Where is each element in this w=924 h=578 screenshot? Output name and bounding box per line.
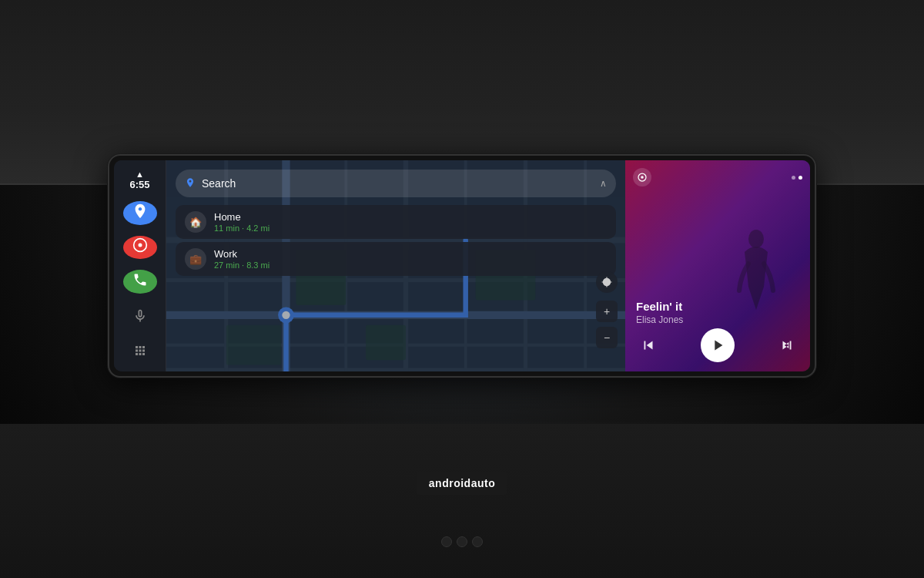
mic-button[interactable]	[123, 304, 157, 328]
dot-2	[798, 176, 802, 180]
work-nav-info: Work 27 min · 8.3 mi	[214, 248, 270, 270]
signal-icon: ▲	[136, 170, 144, 179]
maps-icon	[132, 203, 149, 223]
home-icon: 🏠	[185, 211, 206, 233]
dot-1	[792, 176, 795, 180]
music-pagination	[792, 176, 802, 180]
clock: 6:55	[129, 179, 149, 190]
next-button[interactable]	[775, 333, 799, 358]
android-auto-label: androidauto	[429, 477, 495, 489]
vent-3	[472, 536, 483, 547]
navigation-items: 🏠 Home 11 min · 4.2 mi 💼 Work 27 min · 8…	[176, 205, 616, 279]
music-controls	[636, 328, 799, 362]
song-title: Feelin' it	[636, 300, 683, 313]
svg-rect-21	[226, 325, 281, 365]
work-icon: 💼	[185, 248, 206, 270]
auto-text: auto	[471, 477, 496, 489]
search-label: Search	[202, 177, 594, 190]
maps-button[interactable]	[123, 201, 157, 225]
gps-button[interactable]	[596, 271, 618, 293]
home-detail: 11 min · 4.2 mi	[214, 223, 270, 233]
dashboard-bottom: androidauto	[0, 424, 924, 578]
search-chevron-icon: ∧	[600, 178, 607, 189]
screen-bezel: ▲ 6:55	[108, 154, 816, 378]
phone-icon	[132, 272, 148, 291]
android-auto-badge: androidauto	[417, 472, 507, 495]
time-display: ▲ 6:55	[129, 170, 149, 190]
music-button[interactable]	[123, 236, 157, 260]
song-artist: Elisa Jones	[636, 314, 683, 325]
search-bar[interactable]: Search ∧	[176, 170, 616, 197]
vent-controls	[441, 536, 483, 547]
music-panel: Feelin' it Elisa Jones	[625, 160, 810, 371]
prev-button[interactable]	[636, 333, 661, 358]
svg-point-25	[748, 230, 764, 248]
home-nav-info: Home 11 min · 4.2 mi	[214, 211, 270, 233]
work-nav-item[interactable]: 💼 Work 27 min · 8.3 mi	[176, 242, 616, 276]
zoom-in-button[interactable]: +	[596, 301, 618, 322]
home-nav-item[interactable]: 🏠 Home 11 min · 4.2 mi	[176, 205, 616, 239]
sidebar: ▲ 6:55	[114, 160, 166, 371]
svg-point-24	[282, 311, 290, 319]
svg-point-27	[641, 176, 644, 179]
play-button[interactable]	[701, 328, 735, 362]
vent-2	[457, 536, 467, 547]
android-auto-screen: ▲ 6:55	[114, 160, 810, 371]
map-panel: Search ∧ 🏠 Home 11 min · 4.2 mi 💼 Work 2	[166, 160, 625, 371]
map-controls: + −	[596, 271, 618, 348]
zoom-out-button[interactable]: −	[596, 327, 618, 348]
music-info: Feelin' it Elisa Jones	[636, 300, 683, 325]
svg-rect-20	[366, 325, 406, 360]
apps-grid-button[interactable]	[123, 338, 157, 362]
music-header	[633, 168, 802, 187]
work-label: Work	[214, 248, 270, 260]
plus-icon: +	[604, 305, 610, 318]
home-label: Home	[214, 211, 270, 223]
music-icon	[132, 237, 148, 257]
music-silhouette	[733, 225, 779, 318]
vent-1	[441, 536, 452, 547]
phone-button[interactable]	[123, 270, 157, 294]
svg-point-1	[138, 244, 142, 247]
work-detail: 27 min · 8.3 mi	[214, 260, 270, 270]
android-text: android	[429, 477, 471, 489]
music-app-icon	[633, 168, 651, 187]
minus-icon: −	[604, 331, 610, 344]
map-pin-icon	[185, 177, 196, 190]
